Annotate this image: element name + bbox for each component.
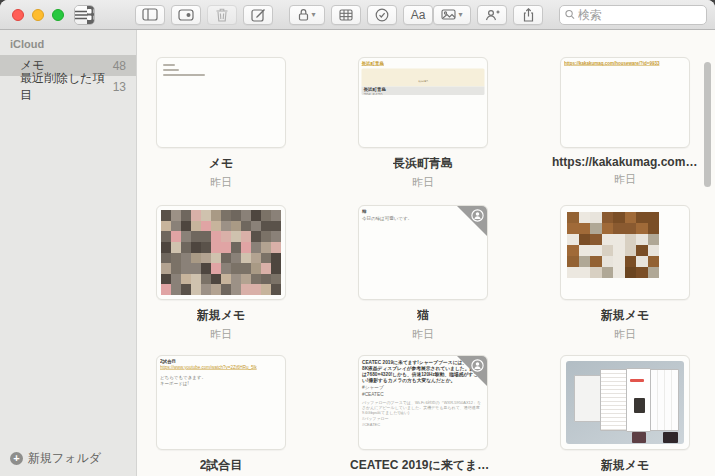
mosaic-pixel [241,284,251,295]
mosaic-pixel [590,223,602,234]
gallery-view-button[interactable] [87,6,95,24]
scrollbar-thumb[interactable] [704,62,711,187]
note-cell: 長浜町青島長浜町青島長浜町青島796-5470長浜町青島昨日 [358,57,488,205]
note-tags: #シャープ #CEATEC [362,385,484,397]
mosaic-pixel [231,231,241,242]
minimize-button[interactable] [32,9,44,21]
mosaic-pixel [590,267,602,278]
mosaic-pixel [191,263,201,274]
note-cell: 新規メモ昨日 [560,205,690,355]
search-input[interactable] [578,8,701,22]
mosaic-pixel [241,210,251,221]
mosaic-pixel [602,256,614,267]
note-card-memo[interactable] [156,57,286,148]
mosaic-pixel [271,284,281,295]
mosaic-pixel [579,223,591,234]
mosaic-pixel [613,256,625,267]
note-card-cat[interactable]: 猫今日の猫は可愛いです。 [358,205,488,300]
mosaic-pixel [191,210,201,221]
mosaic-pixel [161,242,171,253]
note-card-photo1[interactable] [156,205,286,300]
note-tags: #バッファロー #CEATEC [362,417,484,427]
note-card-match[interactable]: 2試合目https://www.youtube.com/watch?v=2Zt6… [156,355,286,450]
notes-grid: メモ昨日長浜町青島長浜町青島長浜町青島796-5470長浜町青島昨日https:… [156,57,690,476]
toggle-sidebar-button[interactable] [135,5,165,25]
note-date: 昨日 [210,327,232,342]
mosaic-pixel [241,274,251,285]
mosaic-pixel [251,221,261,232]
mosaic-pixel [241,253,251,264]
mosaic-pixel [201,231,211,242]
mosaic-pixel [221,242,231,253]
mosaic-pixel [181,284,191,295]
mosaic-pixel [648,234,660,245]
share-button[interactable] [513,5,543,25]
mosaic-pixel [261,253,271,264]
mosaic-pixel [613,223,625,234]
mosaic-pixel [171,242,181,253]
zoom-button[interactable] [52,9,64,21]
lock-note-button[interactable]: ▾ [289,5,325,25]
shared-person-icon [470,208,485,223]
map-link: 長浜町青島 [362,61,485,67]
mosaic-pixel [241,231,251,242]
note-cell: メモ昨日 [156,57,286,205]
mosaic-pixel [221,231,231,242]
add-people-icon [484,9,500,21]
new-note-button[interactable] [243,5,273,25]
chevron-down-icon: ▾ [458,11,462,19]
text-line [163,64,175,66]
note-date: 昨日 [614,327,636,342]
note-card-ceatec[interactable]: CEATEC 2019に来てます!シャープブースには、120型8K液晶ディスプレ… [358,355,488,450]
note-title: 猫 [417,307,429,324]
close-button[interactable] [12,9,24,21]
mosaic-pixel [271,221,281,232]
mosaic-pixel [171,274,181,285]
media-icon [441,9,456,20]
note-preview: https://kakakumag.com/houseware/?id=9933 [561,58,689,70]
mosaic-pixel [251,284,261,295]
add-media-button[interactable]: ▾ [433,5,471,25]
new-folder-button[interactable]: + 新規フォルダ [10,450,101,467]
note-card-photo2[interactable] [560,205,690,300]
list-view-button[interactable] [75,6,87,24]
chevron-down-icon: ▾ [311,11,315,19]
note-count-badge: 13 [113,80,126,94]
share-icon [523,8,534,22]
sidebar-item-recently-deleted[interactable]: 最近削除した項目 13 [0,76,136,97]
search-field[interactable] [559,5,707,25]
mosaic-pixel [191,253,201,264]
note-cell: 猫今日の猫は可愛いです。猫昨日 [358,205,488,355]
insert-table-button[interactable] [331,5,361,25]
lock-icon [298,8,309,21]
attachments-browser-button[interactable] [171,5,201,25]
map-address: 長浜町青島796-5470 [362,86,485,95]
note-title: 新規メモ [601,457,650,474]
mosaic-pixel [221,210,231,221]
delete-note-button[interactable] [207,5,237,25]
mosaic-pixel [271,242,281,253]
note-title: CEATEC 2019に来てます!… [350,457,496,474]
photo-thumbnail [161,210,281,295]
mosaic-pixel [567,245,579,256]
screenshot-window [632,432,646,444]
mosaic-pixel [625,256,637,267]
note-card-kakaku[interactable]: https://kakakumag.com/houseware/?id=9933 [560,57,690,148]
note-date: 昨日 [614,172,636,187]
mosaic-pixel [211,253,221,264]
collaborate-button[interactable] [477,5,507,25]
mosaic-pixel [625,267,637,278]
note-card-screenshot[interactable] [560,355,690,450]
mosaic-pixel [613,245,625,256]
checklist-button[interactable] [367,5,397,25]
mosaic-pixel [211,210,221,221]
mosaic-pixel [221,263,231,274]
mosaic-pixel [161,221,171,232]
mosaic-pixel [181,231,191,242]
compose-icon [251,8,266,22]
mosaic-pixel [241,263,251,274]
mosaic-pixel [251,231,261,242]
mosaic-pixel [211,263,221,274]
note-card-nagahama[interactable]: 長浜町青島長浜町青島長浜町青島796-5470 [358,57,488,148]
format-button[interactable]: Aa [403,5,433,25]
